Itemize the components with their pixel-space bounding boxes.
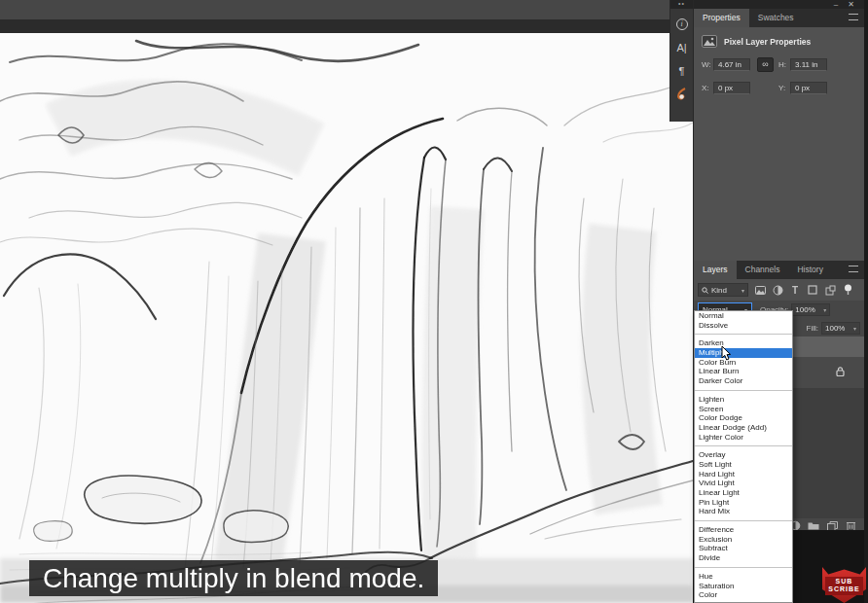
window-edge [864,0,868,603]
blend-mode-option[interactable]: Darken [695,338,792,348]
link-dimensions-icon[interactable]: ∞ [757,57,774,72]
blend-mode-option[interactable]: Vivid Light [695,479,792,488]
blend-mode-option[interactable]: Subtract [695,544,792,553]
blend-mode-dropdown: NormalDissolveDarkenMultiplyColor BurnLi… [694,310,793,603]
character-panel-icon[interactable]: A| [674,40,689,54]
type-filter-icon[interactable]: T [789,284,801,296]
subscribe-label-line1: SUB [836,578,853,585]
blend-mode-option[interactable]: Normal [695,311,792,321]
tab-layers[interactable]: Layers [694,261,737,279]
tab-swatches[interactable]: Swatches [749,9,803,27]
paragraph-panel-icon[interactable]: ¶ [674,63,689,78]
dropdown-separator [695,567,792,568]
mouse-cursor-icon [721,346,733,362]
blend-mode-option[interactable]: Difference [695,525,792,535]
properties-tabbar: Properties Swatches [694,9,864,27]
blend-mode-option[interactable]: Divide [695,553,792,563]
dropdown-separator [695,334,792,335]
tab-history[interactable]: History [788,261,831,279]
dropdown-separator [695,445,792,446]
lock-icon [836,367,845,376]
layers-panel-menu-icon[interactable] [849,266,858,272]
blend-mode-option[interactable]: Color [695,590,792,600]
filter-kind-select[interactable]: Kind ▾ [698,283,748,297]
pixel-layer-icon [702,35,717,48]
y-field[interactable]: 0 px [790,82,827,94]
properties-panel: Pixel Layer Properties W: 4.67 in ∞ H: 3… [694,27,864,95]
blend-mode-option[interactable]: Saturation [695,582,792,591]
fill-field[interactable]: 100% ▾ [821,322,860,335]
chevron-down-icon: ▾ [823,306,826,313]
blend-mode-option[interactable]: Lighter Color [695,433,792,443]
tab-properties[interactable]: Properties [694,9,749,27]
chevron-down-icon: ▾ [741,287,744,294]
dock-grip[interactable]: •• [670,0,693,9]
collapsed-panel-dock: •• i A| ¶ [669,0,693,122]
chevron-down-icon: ▾ [853,325,856,332]
plugin-panel-icon[interactable] [674,87,689,101]
layers-tabbar: Layers Channels History [694,261,864,279]
blend-mode-option[interactable]: Linear Light [695,488,792,498]
layer-filter-row: Kind ▾ T [694,279,864,301]
blend-mode-option[interactable]: Lighten [695,395,792,405]
dropdown-separator [695,520,792,521]
blend-mode-option[interactable]: Overlay [695,450,792,460]
waterfall-sketch-image [0,33,693,603]
properties-title: Pixel Layer Properties [724,37,811,47]
width-field[interactable]: 4.67 in [713,58,750,71]
document-canvas[interactable] [0,33,693,603]
panel-menu-icon[interactable] [849,14,858,20]
pixel-filter-icon[interactable] [754,284,766,296]
minimize-icon[interactable]: – [834,1,838,9]
blend-mode-option[interactable]: Color Dodge [695,413,792,423]
blend-mode-option[interactable]: Multiply [695,348,792,358]
blend-mode-option[interactable]: Hard Mix [695,507,792,516]
blend-mode-option[interactable]: Dissolve [695,321,792,331]
document-tab-bar [0,19,669,33]
options-bar [0,0,669,19]
blend-mode-option[interactable]: Hue [695,572,792,582]
height-field[interactable]: 3.11 in [790,58,827,71]
blend-mode-option[interactable]: Exclusion [695,535,792,545]
shape-filter-icon[interactable] [807,284,818,296]
tab-channels[interactable]: Channels [737,261,789,279]
y-label: Y: [778,84,790,92]
opacity-field[interactable]: 100% ▾ [791,303,830,316]
search-icon [702,287,708,294]
photoshop-window: •• i A| ¶ – ✕ Properties Swatches [0,0,868,603]
info-panel-icon[interactable]: i [674,17,689,31]
dropdown-separator [695,390,792,391]
height-label: H: [778,60,790,69]
subscribe-button[interactable]: SUB SCRIBE [822,567,866,603]
close-icon[interactable]: ✕ [848,1,854,9]
blend-mode-option[interactable]: Hard Light [695,470,792,479]
x-field[interactable]: 0 px [713,82,750,94]
blend-mode-option[interactable]: Screen [695,405,792,414]
adjustment-filter-icon[interactable] [772,284,783,296]
subscribe-badge-band: SUB SCRIBE [825,577,864,595]
smart-object-filter-icon[interactable] [824,284,836,296]
tutorial-caption: Change multiply in blend mode. [29,560,438,596]
panel-group-header: – ✕ [694,0,864,9]
filter-toggle-icon[interactable] [842,284,853,296]
subscribe-label-line2: SCRIBE [828,585,859,593]
width-label: W: [702,60,713,69]
blend-mode-option[interactable]: Linear Dodge (Add) [695,423,792,433]
blend-mode-option[interactable]: Linear Burn [695,367,792,376]
blend-mode-option[interactable]: Color Burn [695,358,792,368]
fill-label: Fill: [807,324,818,333]
blend-mode-option[interactable]: Pin Light [695,498,792,508]
x-label: X: [702,84,713,92]
blend-mode-option[interactable]: Darker Color [695,376,792,386]
blend-mode-option[interactable]: Soft Light [695,460,792,470]
